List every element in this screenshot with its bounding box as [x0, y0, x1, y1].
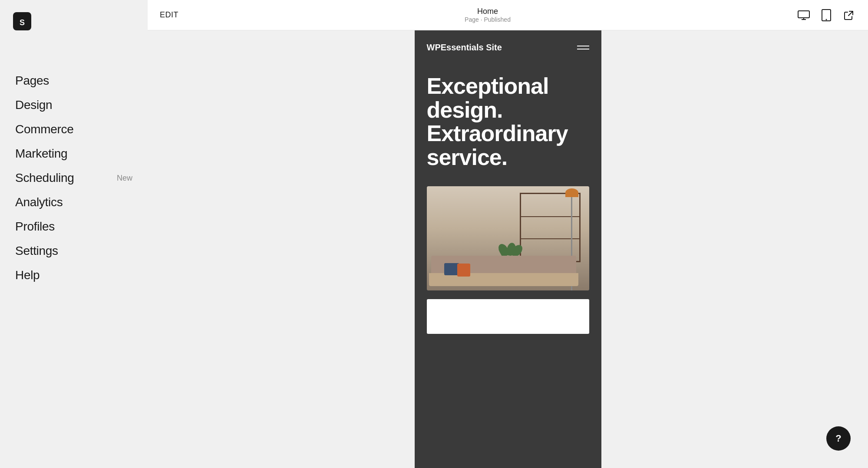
interior-scene	[427, 186, 589, 290]
sidebar-item-label-commerce: Commerce	[15, 122, 74, 136]
squarespace-logo-icon: S	[13, 12, 31, 30]
menu-line-1	[577, 46, 589, 46]
sidebar-item-profiles[interactable]: Profiles	[15, 214, 132, 239]
sidebar-navigation: Pages Design Commerce Marketing Scheduli…	[0, 43, 148, 287]
sidebar-item-label-marketing: Marketing	[15, 147, 67, 161]
view-controls	[797, 8, 856, 22]
desktop-view-icon[interactable]	[797, 8, 811, 22]
preview-hero: Exceptional design. Extraordinary servic…	[415, 61, 601, 186]
lamp-shade	[565, 188, 578, 197]
sidebar-item-commerce[interactable]: Commerce	[15, 117, 132, 142]
preview-nav: WPEssentials Site	[415, 30, 601, 61]
site-preview: WPEssentials Site Exceptional design. Ex…	[415, 30, 601, 468]
svg-text:S: S	[20, 18, 25, 27]
sidebar-item-marketing[interactable]: Marketing	[15, 142, 132, 166]
page-status: Page · Published	[465, 16, 511, 23]
sidebar-item-label-design: Design	[15, 98, 52, 112]
preview-area: WPEssentials Site Exceptional design. Ex…	[148, 30, 868, 468]
sidebar-item-analytics[interactable]: Analytics	[15, 190, 132, 214]
sidebar-item-label-analytics: Analytics	[15, 195, 63, 209]
sidebar-item-settings[interactable]: Settings	[15, 239, 132, 263]
preview-site-name: WPEssentials Site	[427, 43, 502, 53]
scene-couch	[427, 256, 589, 290]
sidebar-item-label-profiles: Profiles	[15, 220, 55, 234]
sidebar-item-label-scheduling: Scheduling	[15, 171, 74, 185]
preview-section2	[427, 299, 589, 334]
svg-rect-2	[798, 11, 809, 18]
svg-point-6	[826, 19, 827, 20]
external-link-icon[interactable]	[842, 8, 856, 22]
menu-line-2	[577, 49, 589, 49]
sidebar-item-help[interactable]: Help	[15, 263, 132, 287]
sidebar-item-label-settings: Settings	[15, 244, 58, 258]
main-content: EDIT Home Page · Published	[148, 0, 868, 468]
preview-image	[427, 186, 589, 290]
sidebar-item-scheduling[interactable]: Scheduling New	[15, 166, 132, 190]
sidebar-item-label-help: Help	[15, 268, 40, 282]
tablet-view-icon[interactable]	[819, 8, 833, 22]
hamburger-menu-icon	[577, 46, 589, 49]
scheduling-badge: New	[117, 174, 132, 183]
sidebar: S Pages Design Commerce Marketing Schedu…	[0, 0, 148, 468]
logo-area: S	[0, 0, 148, 43]
edit-button[interactable]: EDIT	[160, 10, 178, 20]
page-title: Home	[465, 7, 511, 16]
sidebar-item-label-pages: Pages	[15, 74, 49, 88]
help-button[interactable]: ?	[826, 426, 851, 451]
page-info: Home Page · Published	[465, 7, 511, 23]
top-bar: EDIT Home Page · Published	[148, 0, 868, 30]
sidebar-item-pages[interactable]: Pages	[15, 69, 132, 93]
preview-headline: Exceptional design. Extraordinary servic…	[427, 74, 589, 169]
scene-pillow-orange	[457, 264, 470, 277]
sidebar-item-design[interactable]: Design	[15, 93, 132, 117]
